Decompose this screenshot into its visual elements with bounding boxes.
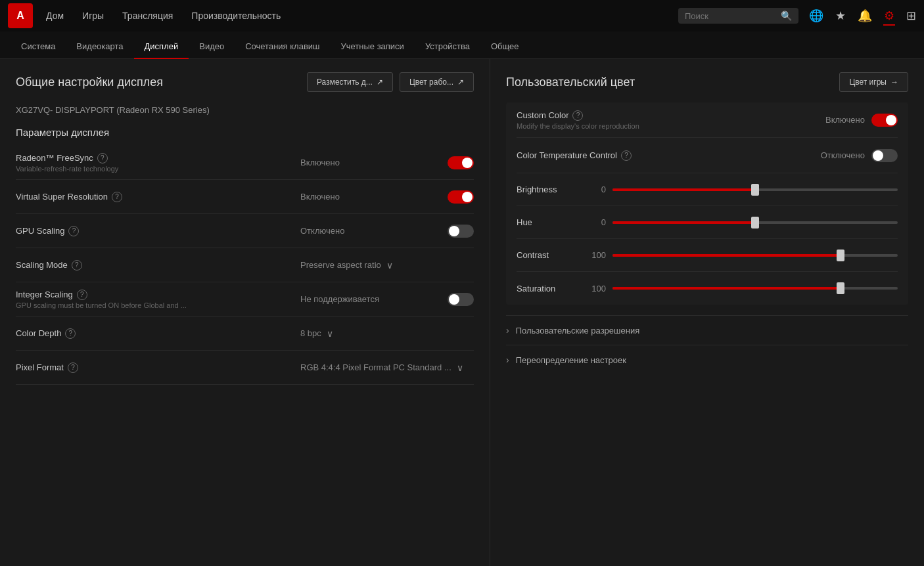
- header-buttons: Разместить д... ↗ Цвет рабо... ↗: [307, 72, 474, 92]
- pixel-format-chevron: ∨: [457, 362, 463, 373]
- tab-video[interactable]: Видео: [189, 35, 235, 59]
- expand-arrow-1: ›: [506, 325, 509, 336]
- settings-icon[interactable]: ⚙: [884, 9, 894, 23]
- tab-accounts[interactable]: Учетные записи: [330, 35, 414, 59]
- scaling-mode-help-icon[interactable]: ?: [72, 260, 82, 271]
- custom-color-toggle[interactable]: [871, 114, 898, 127]
- scaling-mode-label: Scaling Mode ?: [16, 253, 290, 277]
- custom-color-section-title: Пользовательский цвет: [506, 76, 635, 89]
- integer-scaling-label: Integer Scaling ? GPU scaling must be tu…: [16, 283, 290, 316]
- brightness-slider-row: Brightness 0: [517, 173, 898, 206]
- color-workspace-button[interactable]: Цвет рабо... ↗: [400, 72, 474, 92]
- tab-hotkeys[interactable]: Сочетания клавиш: [235, 35, 330, 59]
- custom-color-value: Включено: [825, 114, 898, 127]
- saturation-label: Saturation: [517, 284, 582, 294]
- brightness-value: 0: [582, 185, 606, 194]
- nav-broadcast[interactable]: Трансляция: [122, 11, 173, 21]
- contrast-value: 100: [582, 250, 606, 260]
- vsr-row: Virtual Super Resolution ? Включено: [16, 180, 474, 214]
- nav-links: Дом Игры Трансляция Производительность: [46, 11, 678, 21]
- vsr-value: Включено: [290, 190, 474, 204]
- nav-icons: 🌐 ★ 🔔 ⚙ ⊞: [809, 9, 916, 23]
- globe-icon[interactable]: 🌐: [809, 9, 823, 23]
- search-input[interactable]: [685, 11, 777, 21]
- scaling-mode-value: Preserve aspect ratio ∨: [290, 260, 474, 271]
- contrast-slider-row: Contrast 100: [517, 239, 898, 272]
- search-box[interactable]: 🔍: [678, 8, 798, 24]
- brightness-track[interactable]: [612, 188, 898, 191]
- gpu-scaling-toggle[interactable]: [448, 225, 474, 238]
- tab-system[interactable]: Система: [11, 35, 66, 59]
- integer-scaling-help-icon[interactable]: ?: [77, 290, 87, 300]
- display-section-title: Общие настройки дисплея: [16, 76, 163, 89]
- monitor-label: XG27VQ- DISPLAYPORT (Radeon RX 590 Serie…: [16, 105, 474, 115]
- saturation-track[interactable]: [612, 287, 898, 290]
- color-depth-row: Color Depth ? 8 bpc ∨: [16, 316, 474, 351]
- custom-color-block: Custom Color ? Modify the display's colo…: [506, 102, 908, 305]
- color-temp-toggle[interactable]: [871, 149, 898, 162]
- arrange-displays-button[interactable]: Разместить д... ↗: [307, 72, 393, 92]
- settings-override-expand[interactable]: › Переопределение настроек: [506, 345, 908, 374]
- user-icon[interactable]: ⊞: [906, 9, 916, 23]
- main-content: Общие настройки дисплея Разместить д... …: [0, 59, 924, 566]
- params-title: Параметры дисплея: [16, 127, 474, 138]
- vsr-toggle[interactable]: [448, 190, 474, 204]
- custom-color-section-header: Пользовательский цвет Цвет игры →: [506, 72, 908, 92]
- gpu-scaling-help-icon[interactable]: ?: [68, 226, 79, 236]
- saturation-value: 100: [582, 284, 606, 294]
- external-link-icon-2: ↗: [457, 77, 464, 87]
- scaling-mode-chevron: ∨: [386, 260, 393, 271]
- freesync-toggle[interactable]: [448, 156, 474, 169]
- star-icon[interactable]: ★: [835, 9, 846, 23]
- tab-display[interactable]: Дисплей: [134, 35, 189, 59]
- color-temp-row: Color Temperature Control ? Отключено: [517, 138, 898, 173]
- integer-scaling-toggle[interactable]: [448, 293, 474, 306]
- contrast-track[interactable]: [612, 254, 898, 257]
- amd-logo: A: [8, 3, 33, 28]
- tab-devices[interactable]: Устройства: [415, 35, 480, 59]
- color-depth-help-icon[interactable]: ?: [65, 328, 76, 339]
- integer-scaling-sublabel: GPU scaling must be turned ON before Glo…: [16, 301, 290, 309]
- second-navigation: Система Видеокарта Дисплей Видео Сочетан…: [0, 32, 924, 59]
- color-temp-value: Отключено: [821, 149, 898, 162]
- tab-gpu[interactable]: Видеокарта: [66, 35, 133, 59]
- custom-resolutions-expand[interactable]: › Пользовательские разрешения: [506, 315, 908, 345]
- gpu-scaling-value: Отключено: [290, 225, 474, 238]
- vsr-label: Virtual Super Resolution ?: [16, 185, 290, 209]
- pixel-format-label: Pixel Format ?: [16, 356, 290, 380]
- game-color-button[interactable]: Цвет игры →: [839, 72, 908, 92]
- top-navigation: A Дом Игры Трансляция Производительность…: [0, 0, 924, 32]
- pixel-format-help-icon[interactable]: ?: [68, 362, 78, 373]
- freesync-help-icon[interactable]: ?: [97, 153, 108, 163]
- freesync-sublabel: Variable-refresh-rate technology: [16, 165, 290, 173]
- color-depth-value: 8 bpc ∨: [290, 328, 474, 339]
- external-link-icon: ↗: [377, 77, 383, 87]
- nav-performance[interactable]: Производительность: [191, 11, 281, 21]
- tab-general[interactable]: Общее: [480, 35, 530, 59]
- freesync-label: Radeon™ FreeSync ? Variable-refresh-rate…: [16, 146, 290, 179]
- pixel-format-value: RGB 4:4:4 Pixel Format PC Standard ... ∨: [290, 362, 474, 373]
- nav-home[interactable]: Дом: [46, 11, 64, 21]
- custom-color-help-icon[interactable]: ?: [572, 110, 583, 121]
- custom-color-sublabel: Modify the display's color reproduction: [517, 122, 819, 130]
- brightness-label: Brightness: [517, 185, 582, 194]
- hue-slider-row: Hue 0: [517, 206, 898, 239]
- left-panel: Общие настройки дисплея Разместить д... …: [0, 59, 490, 566]
- vsr-help-icon[interactable]: ?: [112, 192, 122, 202]
- saturation-slider-row: Saturation 100: [517, 272, 898, 305]
- color-depth-chevron: ∨: [327, 328, 333, 339]
- search-icon: 🔍: [781, 11, 792, 21]
- custom-color-label-block: Custom Color ? Modify the display's colo…: [517, 110, 819, 130]
- freesync-value: Включено: [290, 156, 474, 169]
- pixel-format-row: Pixel Format ? RGB 4:4:4 Pixel Format PC…: [16, 351, 474, 385]
- scaling-mode-row: Scaling Mode ? Preserve aspect ratio ∨: [16, 248, 474, 282]
- expand-arrow-2: ›: [506, 355, 509, 365]
- integer-scaling-row: Integer Scaling ? GPU scaling must be tu…: [16, 282, 474, 316]
- color-temp-help-icon[interactable]: ?: [621, 150, 632, 161]
- contrast-label: Contrast: [517, 250, 582, 260]
- hue-track[interactable]: [612, 221, 898, 224]
- bell-icon[interactable]: 🔔: [858, 9, 872, 23]
- nav-games[interactable]: Игры: [82, 11, 104, 21]
- gpu-scaling-row: GPU Scaling ? Отключено: [16, 214, 474, 248]
- display-section-header: Общие настройки дисплея Разместить д... …: [16, 72, 474, 92]
